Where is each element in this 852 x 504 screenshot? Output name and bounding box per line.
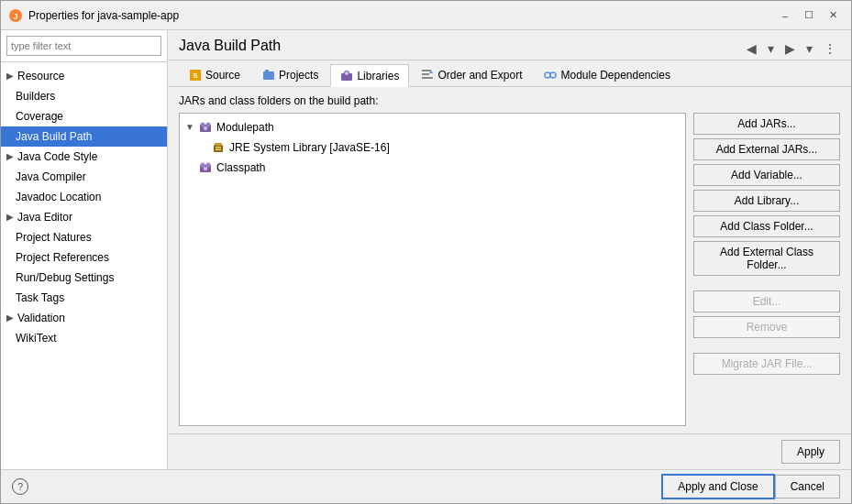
modulepath-icon <box>198 120 213 135</box>
classpath-icon <box>198 160 213 175</box>
add-jars-button[interactable]: Add JARs... <box>693 113 840 135</box>
apply-close-button[interactable]: Apply and Close <box>661 474 774 499</box>
build-path-content: ▼ Modulepath <box>179 113 840 426</box>
nav-back-button[interactable]: ◀ <box>743 39 760 58</box>
sidebar-item-wikitext[interactable]: WikiText <box>1 328 167 348</box>
classpath-tree[interactable]: ▼ Modulepath <box>179 113 686 426</box>
sidebar-item-label: Coverage <box>16 110 63 123</box>
sidebar-item-java-compiler[interactable]: Java Compiler <box>1 167 167 187</box>
panel-body: JARs and class folders on the build path… <box>168 87 851 433</box>
apply-bar: Apply <box>168 433 851 469</box>
sidebar-items-list: ▶ Resource Builders Coverage Java Build … <box>1 62 167 469</box>
libraries-tab-icon <box>340 70 353 82</box>
panel-title: Java Build Path <box>179 38 281 60</box>
action-buttons-panel: Add JARs... Add External JARs... Add Var… <box>693 113 840 426</box>
svg-point-27 <box>206 163 211 168</box>
svg-point-8 <box>345 71 349 75</box>
tree-item-label: JRE System Library [JavaSE-16] <box>229 139 390 156</box>
tab-source-label: Source <box>205 69 240 82</box>
title-bar: J Properties for java-sample-app – ☐ ✕ <box>1 1 851 30</box>
sidebar-item-label: Java Compiler <box>16 170 86 183</box>
remove-button[interactable]: Remove <box>693 316 840 338</box>
sidebar-item-label: WikiText <box>16 332 57 345</box>
tab-module-deps-label: Module Dependencies <box>560 69 669 82</box>
svg-point-20 <box>204 126 207 130</box>
filter-input[interactable] <box>6 36 161 56</box>
tree-item-jre-library[interactable]: ▶ JRE System Library [JavaSE-16] <box>180 137 685 158</box>
svg-rect-21 <box>214 145 223 152</box>
edit-button[interactable]: Edit... <box>693 290 840 312</box>
search-box <box>1 30 167 62</box>
svg-rect-4 <box>263 71 274 80</box>
sidebar-item-java-build-path[interactable]: Java Build Path <box>1 126 167 147</box>
add-library-button[interactable]: Add Library... <box>693 190 840 212</box>
sidebar-item-label: Java Editor <box>17 209 72 225</box>
svg-rect-9 <box>422 70 431 71</box>
add-variable-button[interactable]: Add Variable... <box>693 164 840 186</box>
tab-order-export-label: Order and Export <box>437 69 522 82</box>
svg-point-18 <box>201 123 205 127</box>
nav-menu-button[interactable]: ⋮ <box>820 39 840 58</box>
sidebar-item-label: Java Build Path <box>16 130 92 143</box>
tab-source[interactable]: S Source <box>179 64 250 86</box>
main-window: J Properties for java-sample-app – ☐ ✕ ▶… <box>0 0 852 504</box>
arrow-icon: ▶ <box>6 148 14 165</box>
sidebar-item-validation[interactable]: ▶ Validation <box>1 308 167 328</box>
panel-header: Java Build Path ◀ ▾ ▶ ▾ ⋮ <box>168 30 851 60</box>
add-external-class-folder-button[interactable]: Add External Class Folder... <box>693 241 840 276</box>
nav-dropdown-button[interactable]: ▾ <box>764 39 778 58</box>
sidebar-item-label: Javadoc Location <box>16 191 101 203</box>
tab-projects-label: Projects <box>279 69 318 82</box>
nav-dropdown-button2[interactable]: ▾ <box>802 39 816 58</box>
module-deps-tab-icon <box>544 69 557 82</box>
sidebar-item-label: Java Code Style <box>17 148 97 165</box>
minimize-button[interactable]: – <box>774 6 796 25</box>
window-title: Properties for java-sample-app <box>28 9 774 22</box>
tab-projects[interactable]: Projects <box>252 64 328 86</box>
sidebar-item-javadoc-location[interactable]: Javadoc Location <box>1 187 167 207</box>
svg-point-28 <box>204 167 207 170</box>
sidebar-item-label: Task Tags <box>16 291 64 304</box>
maximize-button[interactable]: ☐ <box>798 6 820 25</box>
sidebar-item-project-references[interactable]: Project References <box>1 247 167 268</box>
apply-button[interactable]: Apply <box>781 440 840 464</box>
source-tab-icon: S <box>189 69 202 82</box>
svg-rect-23 <box>216 147 221 148</box>
add-class-folder-button[interactable]: Add Class Folder... <box>693 215 840 237</box>
sidebar-item-java-code-style[interactable]: ▶ Java Code Style <box>1 147 167 167</box>
sidebar-item-label: Project Natures <box>16 231 92 244</box>
sidebar-item-project-natures[interactable]: Project Natures <box>1 227 167 247</box>
sidebar-item-label: Project References <box>16 251 109 264</box>
svg-point-19 <box>206 123 211 127</box>
add-external-jars-button[interactable]: Add External JARs... <box>693 138 840 160</box>
order-export-tab-icon <box>421 69 434 82</box>
tab-order-export[interactable]: Order and Export <box>411 64 532 86</box>
cancel-button[interactable]: Cancel <box>775 475 840 499</box>
sidebar-item-resource[interactable]: ▶ Resource <box>1 66 167 86</box>
sidebar-item-label: Resource <box>17 68 64 84</box>
sidebar-item-coverage[interactable]: Coverage <box>1 106 167 126</box>
sidebar-item-run-debug[interactable]: Run/Debug Settings <box>1 268 167 288</box>
tree-item-label: Classpath <box>216 159 265 176</box>
close-button[interactable]: ✕ <box>822 6 844 25</box>
arrow-icon: ▶ <box>6 68 14 84</box>
sidebar-item-builders[interactable]: Builders <box>1 86 167 106</box>
sidebar-item-java-editor[interactable]: ▶ Java Editor <box>1 207 167 227</box>
tab-module-deps[interactable]: Module Dependencies <box>534 64 680 86</box>
panel-nav: ◀ ▾ ▶ ▾ ⋮ <box>743 39 840 58</box>
sidebar-item-task-tags[interactable]: Task Tags <box>1 288 167 308</box>
svg-rect-11 <box>422 77 433 79</box>
migrate-jar-button[interactable]: Migrate JAR File... <box>693 353 840 375</box>
sidebar-item-label: Run/Debug Settings <box>16 271 114 284</box>
nav-forward-button[interactable]: ▶ <box>781 39 799 58</box>
svg-rect-10 <box>422 73 429 75</box>
tab-libraries[interactable]: Libraries <box>330 64 409 87</box>
tree-item-classpath[interactable]: ▶ Classpath <box>180 158 685 178</box>
projects-tab-icon <box>262 69 275 82</box>
svg-rect-22 <box>215 143 222 146</box>
svg-rect-24 <box>216 149 221 151</box>
tree-item-modulepath[interactable]: ▼ Modulepath <box>180 117 685 137</box>
help-button[interactable]: ? <box>12 478 28 495</box>
arrow-icon: ▶ <box>6 310 14 326</box>
sidebar-item-label: Validation <box>17 310 65 326</box>
